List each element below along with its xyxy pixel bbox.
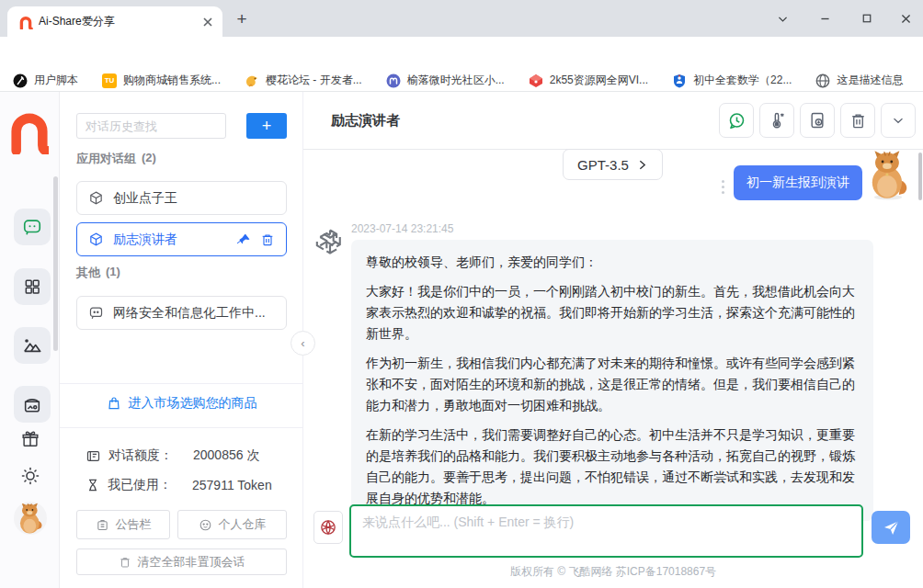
nav-apps-button[interactable] — [14, 268, 51, 305]
chat-item-speaker[interactable]: 励志演讲者 — [76, 222, 287, 256]
chevron-right-icon — [636, 159, 648, 171]
chat-bubble-icon — [22, 217, 42, 237]
assistant-avatar — [314, 226, 346, 257]
chevron-down-icon — [890, 112, 906, 129]
chat-main: 励志演讲者 GPT-3.5 — [303, 92, 923, 588]
openai-logo-icon — [314, 226, 346, 257]
message-paragraph: 作为初一新生，我相信我们内心都充满了对未来的期待和憧憬。或许有些同学会感到紧张和… — [366, 353, 859, 416]
clear-chats-button[interactable]: 清空全部非置顶会话 — [76, 548, 287, 575]
bookmark-shop-system[interactable]: TU 购物商城销售系统... — [102, 73, 221, 88]
send-button[interactable] — [872, 511, 910, 544]
nav-gallery-button[interactable] — [14, 386, 51, 423]
user-message-avatar — [864, 149, 912, 200]
window-chevron-button[interactable] — [761, 0, 803, 37]
message-paragraph: 在新的学习生活中，我们需要调整好自己的心态。初中生活并不只是学习知识，更重要的是… — [366, 424, 859, 509]
chat-square-icon — [88, 305, 104, 321]
sun-icon — [19, 465, 41, 487]
message-input[interactable] — [349, 504, 863, 558]
notice-board-button[interactable]: 公告栏 — [76, 510, 170, 539]
window-minimize-button[interactable] — [803, 0, 846, 37]
message-paragraph: 尊敬的校领导、老师们，亲爱的同学们： — [366, 252, 859, 273]
panel-divider — [60, 383, 303, 384]
tab-close-icon[interactable] — [200, 15, 215, 29]
pin-icon[interactable] — [236, 232, 251, 247]
app-logo[interactable] — [10, 107, 49, 154]
nav-rail — [0, 92, 60, 588]
rail-scrollbar[interactable] — [53, 176, 58, 351]
sakura-icon — [245, 74, 259, 88]
bookmark-description[interactable]: 这是描述信息 — [815, 73, 903, 88]
2k55-icon — [529, 74, 543, 88]
quota-card-icon — [85, 448, 101, 464]
history-search-input[interactable] — [76, 113, 226, 139]
bookmark-yuluo-community[interactable]: 榆落微时光社区小... — [386, 73, 505, 88]
chat-scrollbar[interactable] — [918, 153, 922, 200]
new-chat-button[interactable]: + — [246, 113, 287, 139]
group-other-header: 其他(1) — [76, 265, 120, 281]
chat-item-idea[interactable]: 创业点子王 — [76, 181, 287, 215]
trash-icon — [849, 112, 867, 130]
delete-chat-button[interactable] — [840, 103, 875, 138]
shield-icon — [672, 74, 687, 88]
mountain-icon — [22, 335, 42, 356]
chat-title: 励志演讲者 — [331, 112, 400, 130]
thermometer-icon — [768, 111, 786, 130]
message-timestamp: 2023-07-14 23:21:45 — [351, 222, 453, 235]
trash-icon — [119, 556, 131, 569]
theme-button[interactable] — [19, 465, 41, 487]
cube-icon — [88, 190, 104, 206]
copyright-footer: 版权所有 © 飞酷网络 苏ICP备17018867号 — [303, 564, 923, 580]
market-link[interactable]: 进入市场选购您的商品 — [60, 395, 303, 412]
export-image-icon — [808, 111, 826, 130]
export-button[interactable] — [800, 103, 835, 138]
bookmark-math-course[interactable]: 初中全套数学（22... — [672, 73, 792, 88]
history-button[interactable] — [719, 103, 754, 138]
m-circle-icon — [386, 74, 401, 88]
message-options-icon[interactable] — [722, 180, 724, 183]
notice-icon — [96, 518, 109, 532]
grid-icon — [23, 277, 41, 296]
gift-button[interactable] — [19, 428, 41, 450]
tab-favicon — [18, 15, 33, 29]
new-tab-button[interactable]: + — [232, 9, 252, 29]
chat-item-network[interactable]: 网络安全和信息化工作中... — [76, 296, 287, 330]
paper-plane-icon — [883, 519, 900, 537]
nav-chat-button[interactable] — [14, 209, 51, 245]
browser-tab[interactable]: Ai-Share爱分享 — [7, 6, 222, 37]
bookmark-sakura-forum[interactable]: 樱花论坛 - 开发者... — [245, 73, 362, 88]
storage-icon — [199, 518, 212, 532]
userscript-icon — [13, 74, 28, 88]
hourglass-icon — [85, 478, 100, 492]
window-maximize-button[interactable] — [846, 0, 888, 37]
panel-divider — [60, 427, 303, 428]
panel-collapse-button[interactable]: ‹ — [291, 331, 315, 356]
quota-row: 对话额度： 2000856 次 — [85, 447, 259, 464]
plugin-button[interactable] — [313, 511, 343, 544]
shopping-bag-icon — [107, 396, 121, 411]
bookmark-userscript[interactable]: 用户脚本 — [13, 73, 78, 88]
temperature-button[interactable] — [759, 103, 794, 138]
user-message-bubble: 初一新生报到演讲 — [734, 165, 862, 200]
tu-icon: TU — [102, 74, 117, 88]
app-window: Ai-Share爱分享 + chat.gcrup.com/chat 更新 — [0, 0, 923, 588]
gift-icon — [20, 429, 40, 449]
photo-box-icon — [22, 394, 42, 414]
group-apps-header: 应用对话组(2) — [76, 151, 156, 167]
personal-storage-button[interactable]: 个人仓库 — [177, 510, 287, 539]
browser-toolbar: chat.gcrup.com/chat 更新 — [0, 37, 923, 70]
window-close-button[interactable] — [884, 0, 923, 37]
chat-header: 励志演讲者 — [303, 92, 923, 150]
cube-icon — [88, 232, 104, 247]
globe-icon — [815, 74, 830, 88]
model-selector[interactable]: GPT-3.5 — [563, 149, 663, 180]
bookmark-2k55-resources[interactable]: 2k55资源网全网VI... — [529, 73, 648, 88]
used-row: 我已使用： 257911 Token — [85, 477, 272, 493]
delete-icon[interactable] — [260, 232, 275, 247]
assistant-message-bubble: 尊敬的校领导、老师们，亲爱的同学们：大家好！我是你们中的一员，一个刚刚踏入初中校… — [351, 240, 873, 521]
chat-history-icon — [727, 111, 746, 130]
collapse-header-button[interactable] — [881, 103, 916, 138]
nav-image-button[interactable] — [14, 327, 51, 364]
tab-title: Ai-Share爱分享 — [39, 14, 195, 29]
browser-tab-strip: Ai-Share爱分享 + — [0, 0, 923, 37]
user-avatar[interactable] — [14, 502, 47, 535]
